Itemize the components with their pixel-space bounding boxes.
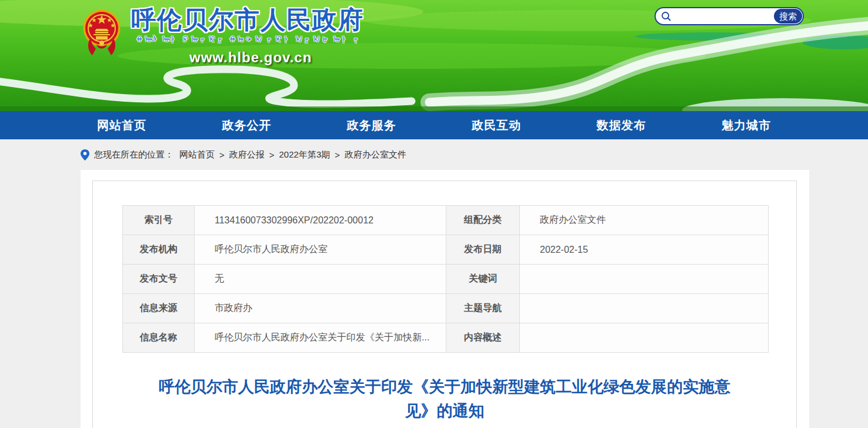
breadcrumb-gazette[interactable]: 政府公报 bbox=[229, 149, 265, 160]
meta-value-keywords bbox=[520, 265, 769, 294]
meta-label-index-no: 索引号 bbox=[123, 206, 195, 235]
meta-value-source: 市政府办 bbox=[195, 294, 446, 323]
document-title: 呼伦贝尔市人民政府办公室关于印发《关于加快新型建筑工业化绿色发展的实施意见》的通… bbox=[153, 375, 736, 423]
nav-item-home[interactable]: 网站首页 bbox=[97, 118, 146, 133]
meta-value-topic-nav bbox=[520, 294, 769, 323]
site-title: 呼伦贝尔市人民政府 bbox=[131, 4, 364, 36]
meta-value-info-name: 呼伦贝尔市人民政府办公室关于印发《关于加快新... bbox=[195, 323, 446, 353]
table-row: 发布文号 无 关键词 bbox=[123, 265, 769, 294]
meta-value-doc-no: 无 bbox=[195, 265, 446, 294]
table-row: 索引号 1134160073302996XP/202202-00012 组配分类… bbox=[123, 206, 769, 235]
search-icon bbox=[661, 11, 672, 22]
national-emblem bbox=[82, 8, 121, 58]
document-panel: 索引号 1134160073302996XP/202202-00012 组配分类… bbox=[92, 180, 797, 428]
main-nav: 网站首页 政务公开 政务服务 政民互动 数据发布 魅力城市 bbox=[0, 111, 868, 139]
site-url: www.hlbe.gov.cn bbox=[189, 49, 312, 66]
breadcrumb: 您现在所在的位置： 网站首页 > 政府公报 > 2022年第3期 > 政府办公室… bbox=[0, 139, 868, 170]
meta-label-keywords: 关键词 bbox=[446, 265, 520, 294]
breadcrumb-separator: > bbox=[219, 150, 225, 160]
search-button[interactable]: 搜索 bbox=[774, 9, 802, 24]
meta-label-summary: 内容概述 bbox=[446, 323, 520, 353]
meta-label-topic-nav: 主题导航 bbox=[446, 294, 520, 323]
location-pin-icon bbox=[81, 149, 89, 160]
nav-item-interaction[interactable]: 政民互动 bbox=[472, 118, 521, 133]
meta-value-category: 政府办公室文件 bbox=[520, 206, 769, 235]
site-title-mongolian: ᠬᠥᠯᠥᠨ ᠪᠤᠶᠢᠷ ᠬᠣᠲᠠ ᠶᠢᠨ ᠠᠷᠠᠳ ᠤᠨ ᠵᠠᠰᠠᠭ ᠤᠨ ᠣᠷ… bbox=[135, 34, 359, 44]
table-row: 信息名称 呼伦贝尔市人民政府办公室关于印发《关于加快新... 内容概述 bbox=[123, 323, 769, 353]
nav-item-gov-service[interactable]: 政务服务 bbox=[347, 118, 396, 133]
meta-label-pub-date: 发布日期 bbox=[446, 235, 520, 265]
table-row: 信息来源 市政府办 主题导航 bbox=[123, 294, 769, 323]
meta-value-pub-date: 2022-02-15 bbox=[520, 235, 769, 265]
breadcrumb-prefix: 您现在所在的位置： bbox=[94, 149, 173, 160]
meta-value-summary bbox=[520, 323, 769, 353]
nav-item-data[interactable]: 数据发布 bbox=[597, 118, 646, 133]
search-box: 搜索 bbox=[655, 7, 804, 25]
search-input[interactable] bbox=[675, 9, 769, 23]
meta-label-info-name: 信息名称 bbox=[123, 323, 195, 353]
nav-item-city[interactable]: 魅力城市 bbox=[722, 118, 771, 133]
table-row: 发布机构 呼伦贝尔市人民政府办公室 发布日期 2022-02-15 bbox=[123, 235, 769, 265]
breadcrumb-separator: > bbox=[269, 150, 275, 160]
meta-label-doc-no: 发布文号 bbox=[123, 265, 195, 294]
meta-value-publisher: 呼伦贝尔市人民政府办公室 bbox=[195, 235, 446, 265]
content-area: 索引号 1134160073302996XP/202202-00012 组配分类… bbox=[81, 170, 809, 428]
breadcrumb-category[interactable]: 政府办公室文件 bbox=[345, 149, 406, 160]
breadcrumb-home[interactable]: 网站首页 bbox=[179, 149, 215, 160]
breadcrumb-issue[interactable]: 2022年第3期 bbox=[279, 149, 330, 160]
meta-label-source: 信息来源 bbox=[123, 294, 195, 323]
document-metadata-table: 索引号 1134160073302996XP/202202-00012 组配分类… bbox=[122, 205, 769, 353]
site-header: 呼伦贝尔市人民政府 ᠬᠥᠯᠥᠨ ᠪᠤᠶᠢᠷ ᠬᠣᠲᠠ ᠶᠢᠨ ᠠᠷᠠᠳ ᠤᠨ ᠵ… bbox=[0, 0, 868, 111]
meta-label-publisher: 发布机构 bbox=[123, 235, 195, 265]
breadcrumb-separator: > bbox=[335, 150, 340, 160]
meta-value-index-no: 1134160073302996XP/202202-00012 bbox=[195, 206, 446, 235]
nav-item-gov-info[interactable]: 政务公开 bbox=[222, 118, 271, 133]
meta-label-category: 组配分类 bbox=[446, 206, 520, 235]
